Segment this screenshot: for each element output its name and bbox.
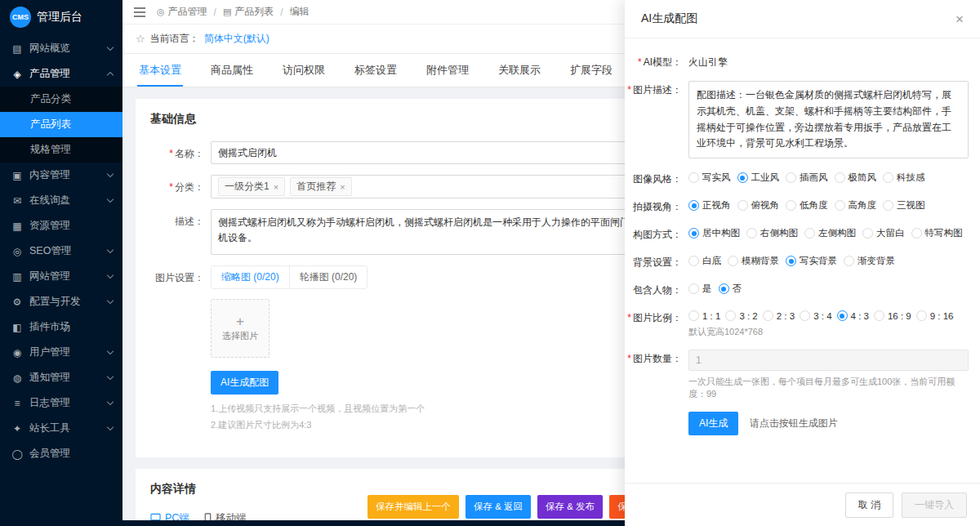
collapse-sidebar-icon[interactable]: [134, 7, 145, 17]
tab-access-permission[interactable]: 访问权限: [281, 54, 327, 87]
category-select[interactable]: 一级分类1×首页推荐×: [211, 175, 657, 198]
field-include-person: 包含人物：是否: [625, 281, 969, 297]
image-style-option-2[interactable]: 插画风: [786, 172, 828, 184]
name-field: [211, 141, 657, 164]
sidebar-item-log-management[interactable]: ≡日志管理: [0, 390, 122, 416]
ai-generate-button[interactable]: AI生成: [688, 412, 738, 435]
sidebar-item-config-development[interactable]: ⚙配置与开发: [0, 289, 122, 314]
breadcrumb-product-management[interactable]: ◎产品管理: [157, 5, 207, 19]
sidebar-item-product-management[interactable]: ◈产品管理: [0, 61, 122, 87]
radio-label: 极简风: [849, 172, 877, 184]
drawer-option-groups: 图像风格：写实风工业风插画风极简风科技感拍摄视角：正视角俯视角低角度高角度三视图…: [625, 170, 969, 338]
description-textarea[interactable]: 侧摇式螺杆启闭机又称为手动螺杆启闭机，侧摇式螺杆启闭机是一种采用于人力操作的平面…: [211, 209, 657, 255]
image-style-option-3[interactable]: 极简风: [835, 172, 877, 184]
thumbnail-tab[interactable]: 缩略图 (0/20): [212, 266, 289, 288]
sidebar-item-notification-management[interactable]: ◍通知管理: [0, 365, 122, 390]
sidebar-item-label: 用户管理: [29, 345, 101, 359]
sidebar-item-product-category[interactable]: 产品分类: [0, 87, 122, 112]
camera-angle-option-1[interactable]: 俯视角: [737, 199, 780, 212]
image-ratio-option-6[interactable]: 9 : 16: [916, 310, 954, 321]
composition-option-2[interactable]: 左侧构图: [804, 227, 856, 239]
tab-product-attributes[interactable]: 商品属性: [209, 54, 255, 87]
image-ratio-option-3[interactable]: 3 : 4: [800, 310, 831, 321]
image-count-input[interactable]: [688, 350, 969, 371]
image-style-option-1[interactable]: 工业风: [737, 172, 780, 184]
sidebar-item-member-management[interactable]: ◯会员管理: [0, 441, 122, 466]
tab-attachment-management[interactable]: 附件管理: [425, 54, 470, 87]
radio-icon: [688, 228, 699, 238]
camera-angle-option-0[interactable]: 正视角: [688, 199, 731, 212]
tab-extended-fields[interactable]: 扩展字段: [568, 54, 614, 87]
background-option-1[interactable]: 模糊背景: [728, 255, 779, 267]
chevron-down-icon: [107, 373, 114, 380]
composition-option-3[interactable]: 大留白: [862, 227, 905, 239]
ai-model-label: *AI模型：: [625, 53, 682, 69]
tab-related-display[interactable]: 关联展示: [497, 54, 542, 87]
image-description-textarea[interactable]: 配图描述：一台银色金属材质的侧摇式螺杆启闭机特写，展示其机壳、机盖、支架、螺杆和…: [688, 81, 969, 158]
camera-angle-option-2[interactable]: 低角度: [786, 199, 828, 212]
camera-angle-option-4[interactable]: 三视图: [883, 199, 925, 212]
include-person-option-1[interactable]: 否: [719, 283, 742, 295]
radio-icon: [737, 200, 748, 211]
upload-image-button[interactable]: + 选择图片: [211, 299, 270, 358]
cancel-button[interactable]: 取 消: [845, 493, 893, 518]
radio-label: 模糊背景: [742, 255, 779, 267]
ai-generate-image-button[interactable]: AI生成配图: [211, 371, 278, 394]
background-option-2[interactable]: 写实背景: [786, 255, 837, 267]
ai-model-select[interactable]: 火山引擎: [688, 53, 969, 69]
carousel-tab[interactable]: 轮播图 (0/20): [289, 266, 368, 288]
composition-option-0[interactable]: 居中构图: [688, 227, 740, 239]
one-click-import-button[interactable]: 一键导入: [902, 493, 967, 518]
tab-basic-settings[interactable]: 基本设置: [137, 54, 183, 87]
sidebar-item-plugin-market[interactable]: ◧插件市场: [0, 314, 122, 340]
sidebar-item-seo-management[interactable]: ◎SEO管理: [0, 238, 122, 264]
image-ratio-option-1[interactable]: 3 : 2: [725, 310, 757, 321]
sidebar-item-spec-management[interactable]: 规格管理: [0, 137, 122, 163]
sidebar-item-content-management[interactable]: ▣内容管理: [0, 163, 122, 188]
sidebar-item-user-management[interactable]: ◉用户管理: [0, 340, 122, 365]
description-field: 侧摇式螺杆启闭机又称为手动螺杆启闭机，侧摇式螺杆启闭机是一种采用于人力操作的平面…: [211, 209, 657, 255]
composition-option-1[interactable]: 右侧构图: [746, 227, 798, 239]
radio-label: 写实背景: [800, 255, 837, 267]
tab-tag-settings[interactable]: 标签设置: [353, 54, 399, 87]
image-ratio-label: *图片比例：: [625, 309, 682, 338]
save-and-edit-previous-button[interactable]: 保存并编辑上一个: [368, 495, 459, 519]
image-ratio-option-5[interactable]: 16 : 9: [874, 310, 911, 321]
remove-tag-icon[interactable]: ×: [274, 182, 278, 192]
sidebar-item-resource-management[interactable]: ▦资源管理: [0, 213, 122, 238]
image-style-option-0[interactable]: 写实风: [688, 172, 731, 184]
close-icon[interactable]: ×: [956, 12, 964, 26]
image-ratio-hint: 默认宽高1024*768: [688, 326, 969, 338]
current-language-link[interactable]: 简体中文(默认): [204, 32, 270, 46]
resource-management-icon: ▦: [11, 221, 23, 232]
breadcrumb-product-list[interactable]: ▤产品列表: [223, 5, 274, 19]
sidebar-item-label: 在线询盘: [29, 194, 101, 207]
radio-label: 工业风: [751, 172, 780, 184]
radio-icon: [862, 228, 873, 238]
image-ratio-option-2[interactable]: 2 : 3: [763, 310, 795, 321]
remove-tag-icon[interactable]: ×: [340, 182, 345, 192]
sidebar-item-webmaster-tools[interactable]: ✦站长工具: [0, 416, 122, 441]
image-style-option-4[interactable]: 科技感: [883, 172, 925, 184]
image-ratio-option-4[interactable]: 4 : 3: [837, 310, 869, 321]
composition-option-4[interactable]: 特写构图: [911, 227, 963, 239]
save-and-return-button[interactable]: 保存 & 返回: [466, 495, 531, 519]
radio-label: 3 : 2: [739, 311, 757, 321]
radio-icon: [837, 310, 848, 321]
generate-row-spacer: [625, 412, 682, 435]
sidebar-item-site-overview[interactable]: ▤网站概览: [0, 36, 122, 61]
sidebar-item-online-inquiry[interactable]: ✉在线询盘: [0, 188, 122, 213]
radio-icon: [844, 256, 854, 266]
image-ratio-option-0[interactable]: 1 : 1: [688, 310, 720, 321]
sidebar-item-product-list[interactable]: 产品列表: [0, 112, 122, 137]
sidebar-item-site-management[interactable]: ▥网站管理: [0, 264, 122, 289]
include-person-option-0[interactable]: 是: [688, 283, 712, 295]
background-option-0[interactable]: 白底: [688, 255, 721, 267]
name-input[interactable]: [211, 141, 657, 164]
save-and-publish-button[interactable]: 保存 & 发布: [537, 495, 603, 519]
background-option-3[interactable]: 渐变背景: [844, 255, 895, 267]
sidebar-item-label: 内容管理: [29, 168, 101, 182]
site-overview-icon: ▤: [11, 43, 23, 55]
camera-angle-option-3[interactable]: 高角度: [835, 199, 877, 212]
upload-tip: 2.建议图片尺寸比例为4:3: [211, 417, 657, 434]
